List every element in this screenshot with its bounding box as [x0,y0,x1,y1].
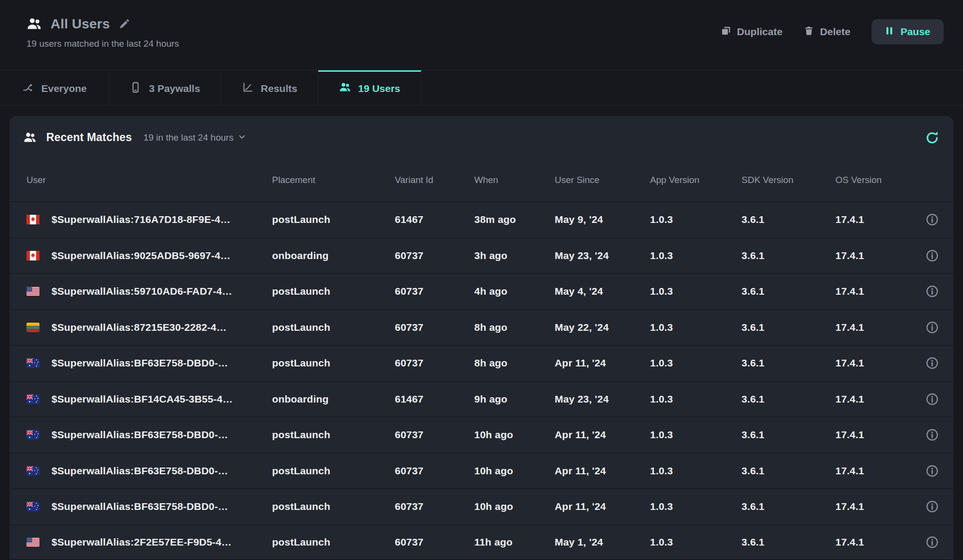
info-icon[interactable] [925,392,939,406]
user-since-cell: Apr 11, '24 [555,465,650,477]
tab-everyone[interactable]: Everyone [0,70,109,105]
table-row[interactable]: $SuperwallAlias:2F2E57EE-F9D5-4… postLau… [10,524,953,560]
when-cell: 8h ago [474,322,555,333]
tab-results[interactable]: Results [221,70,318,105]
os-version-cell: 17.4.1 [835,250,922,261]
user-cell: $SuperwallAlias:9025ADB5-9697-4… [22,250,272,261]
users-icon [26,16,42,32]
table-body: $SuperwallAlias:716A7D18-8F9E-4… postLau… [10,201,953,560]
placement-cell: postLaunch [272,536,395,548]
column-header-os-version: OS Version [835,175,922,185]
tab-users[interactable]: 19 Users [318,70,421,105]
user-cell: $SuperwallAlias:BF63E758-DBD0-… [22,357,272,369]
duplicate-button[interactable]: Duplicate [721,26,783,39]
user-cell: $SuperwallAlias:BF63E758-DBD0-… [22,429,272,441]
user-alias: $SuperwallAlias:2F2E57EE-F9D5-4… [52,536,232,548]
table-row[interactable]: $SuperwallAlias:BF63E758-DBD0-… postLaun… [10,417,953,453]
sdk-version-cell: 3.6.1 [742,429,835,441]
chart-icon [242,81,254,96]
table-row[interactable]: $SuperwallAlias:87215E30-2282-4… postLau… [10,309,953,345]
os-version-cell: 17.4.1 [835,465,922,477]
page-subtitle: 19 users matched in the last 24 hours [26,39,179,49]
user-since-cell: Apr 11, '24 [555,429,650,441]
time-range-dropdown[interactable]: 19 in the last 24 hours [143,131,247,144]
app-version-cell: 1.0.3 [650,536,742,548]
users-icon [23,131,37,144]
os-version-cell: 17.4.1 [835,536,922,548]
table-row[interactable]: $SuperwallAlias:716A7D18-8F9E-4… postLau… [10,201,953,237]
tab-results-label: Results [261,83,298,94]
trash-icon [804,26,814,39]
placement-cell: onboarding [272,393,395,405]
column-header-when: When [474,175,555,185]
app-version-cell: 1.0.3 [650,357,742,369]
app-version-cell: 1.0.3 [650,429,742,441]
time-range-label: 19 in the last 24 hours [143,132,234,143]
page-header: All Users 19 users matched in the last 2… [0,0,963,70]
variant-id-cell: 60737 [395,501,474,512]
os-version-cell: 17.4.1 [835,286,922,297]
tabbar-filler [421,70,963,105]
app-version-cell: 1.0.3 [650,322,742,333]
app-version-cell: 1.0.3 [650,465,742,477]
edit-pencil-icon[interactable] [118,18,130,30]
refresh-icon[interactable] [924,130,940,145]
user-alias: $SuperwallAlias:87215E30-2282-4… [52,322,227,333]
sdk-version-cell: 3.6.1 [742,286,835,297]
user-since-cell: May 4, '24 [555,286,650,297]
placement-cell: postLaunch [272,286,395,297]
variant-id-cell: 60737 [395,536,474,548]
flag-icon-au [26,430,39,440]
user-since-cell: May 1, '24 [555,536,650,548]
placement-cell: postLaunch [272,214,395,225]
info-icon[interactable] [925,499,939,514]
when-cell: 4h ago [474,286,555,297]
os-version-cell: 17.4.1 [835,322,922,333]
flag-icon-au [26,466,39,476]
os-version-cell: 17.4.1 [835,429,922,441]
table-row[interactable]: $SuperwallAlias:BF63E758-DBD0-… postLaun… [10,453,953,489]
branch-arrow-icon [22,81,34,96]
variant-id-cell: 60737 [395,465,474,477]
info-icon[interactable] [925,248,939,263]
app-version-cell: 1.0.3 [650,501,742,512]
table-row[interactable]: $SuperwallAlias:59710AD6-FAD7-4… postLau… [10,273,953,309]
placement-cell: postLaunch [272,429,395,441]
os-version-cell: 17.4.1 [835,501,922,512]
info-icon[interactable] [925,356,939,370]
tab-paywalls[interactable]: 3 Paywalls [109,70,221,105]
table-row[interactable]: $SuperwallAlias:BF63E758-DBD0-… postLaun… [10,488,953,524]
pause-button[interactable]: Pause [872,19,944,44]
table-row[interactable]: $SuperwallAlias:9025ADB5-9697-4… onboard… [10,237,953,273]
tab-everyone-label: Everyone [41,83,87,94]
delete-button[interactable]: Delete [804,26,850,39]
when-cell: 8h ago [474,357,555,369]
app-version-cell: 1.0.3 [650,393,742,405]
column-header-variant-id: Variant Id [395,175,474,185]
info-icon[interactable] [925,535,939,549]
sdk-version-cell: 3.6.1 [742,501,835,512]
user-cell: $SuperwallAlias:BF63E758-DBD0-… [22,465,272,477]
sdk-version-cell: 3.6.1 [742,322,835,333]
user-since-cell: Apr 11, '24 [555,357,650,369]
app-version-cell: 1.0.3 [650,214,742,225]
recent-matches-panel: Recent Matches 19 in the last 24 hours U… [10,116,953,560]
flag-icon-us [26,537,39,547]
user-since-cell: May 23, '24 [555,250,650,261]
info-icon[interactable] [925,464,939,478]
user-cell: $SuperwallAlias:59710AD6-FAD7-4… [22,286,272,297]
table-row[interactable]: $SuperwallAlias:BF63E758-DBD0-… postLaun… [10,345,953,381]
variant-id-cell: 61467 [395,214,474,225]
delete-label: Delete [820,26,850,38]
info-icon[interactable] [925,320,939,335]
variant-id-cell: 60737 [395,429,474,441]
info-icon[interactable] [925,428,939,442]
chevron-down-icon [237,131,247,144]
info-icon[interactable] [925,284,939,299]
info-icon[interactable] [925,212,939,227]
pause-label: Pause [900,26,930,38]
table-row[interactable]: $SuperwallAlias:BF14CA45-3B55-4… onboard… [10,381,953,417]
user-alias: $SuperwallAlias:BF63E758-DBD0-… [52,357,228,369]
sdk-version-cell: 3.6.1 [742,393,835,405]
placement-cell: postLaunch [272,357,395,369]
